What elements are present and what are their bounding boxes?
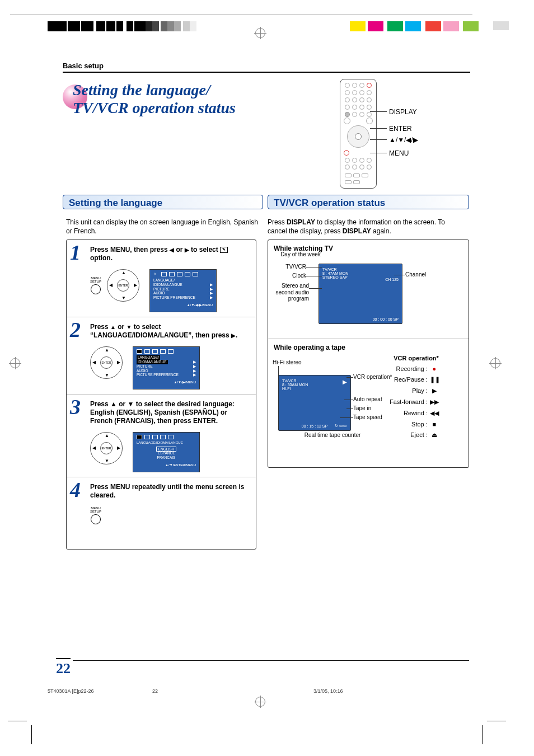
step-1: 1 Press MENU, then press ◀ or ▶ to selec… xyxy=(67,240,256,317)
label-vcrop: VCR operation* xyxy=(353,374,392,381)
label-clock: Clock xyxy=(273,273,306,279)
vcr-ops-title: VCR operation* xyxy=(390,355,439,361)
step-text: Press ▲ or ▼ to select the desired langu… xyxy=(90,400,249,425)
label-stereo: Stereo and second audio program xyxy=(267,283,309,302)
label-hifi: Hi-Fi stereo xyxy=(273,359,323,366)
intro-text-language: This unit can display the on screen lang… xyxy=(66,218,262,236)
label-day: Day of the week xyxy=(273,251,329,258)
label-channel: Channel xyxy=(405,271,439,278)
tv-osd-screen: TV/VCR 8 : 47AM MON STEREO SAP CH 125 00… xyxy=(318,264,402,324)
dpad-icon: ENTER ▲▼ ◀▶ xyxy=(90,346,123,379)
footer-file: 5T40301A [E]p22-26 xyxy=(48,688,94,694)
steps-panel: 1 Press MENU, then press ◀ or ▶ to selec… xyxy=(66,240,256,550)
display-panel: While watching TV TV/VCR 8 : 47AM MON ST… xyxy=(268,240,469,468)
step-number: 1 xyxy=(70,240,81,265)
label-tvvcr: TV/VCR xyxy=(273,264,306,270)
dpad-icon: ENTER ▲▼ ◀▶ xyxy=(90,432,123,464)
intro-text-tvvcr: Press DISPLAY to display the information… xyxy=(268,218,463,236)
title-line-2: TV/VCR operation status xyxy=(73,99,236,117)
osd-screen: LANGUAGE/IDIOMA/LANGUE ENGLISH ESPAÑOL F… xyxy=(133,432,200,472)
print-grey-swatch xyxy=(493,21,509,30)
step-text: Press ▲ or ▼ to select “LANGUAGE/IDIOMA/… xyxy=(90,323,249,340)
page-number: 22 xyxy=(56,658,71,677)
remote-label-menu: MENU xyxy=(389,149,409,157)
step-2: 2 Press ▲ or ▼ to select “LANGUAGE/IDIOM… xyxy=(67,317,256,394)
page: Basic setup Setting the language/ TV/VCR… xyxy=(0,0,534,756)
step-number: 3 xyxy=(70,395,81,419)
section-heading-label: Setting the language xyxy=(69,198,162,208)
step-text: Press MENU, then press ◀ or ▶ to select … xyxy=(90,246,249,262)
menu-button-icon: MENU SETUP xyxy=(90,506,101,524)
registration-mark-icon xyxy=(255,28,265,38)
footer-date: 3/1/05, 10:16 xyxy=(313,688,343,694)
registration-mark-icon xyxy=(255,697,265,707)
print-density-bars xyxy=(48,21,141,33)
remote-label-arrows: ▲/▼/◀/▶ xyxy=(389,136,418,144)
menu-button-icon: MENU SETUP xyxy=(90,276,101,294)
footer-page: 22 xyxy=(152,688,158,694)
tape-osd-screen: TV/VCR 8 : 30AM MON HI-FI ▶ ↻ ▭▭ 00 : 15… xyxy=(278,375,351,431)
remote-label-enter: ENTER xyxy=(389,125,412,133)
remote-number-pad xyxy=(345,83,372,118)
print-grey-bars xyxy=(139,21,196,33)
page-title: Setting the language/ TV/VCR operation s… xyxy=(63,81,236,117)
step-text: Press MENU repeatedly until the menu scr… xyxy=(90,483,249,500)
remote-label-display: DISPLAY xyxy=(389,108,417,116)
print-color-bars xyxy=(350,21,481,33)
step-number: 2 xyxy=(70,317,81,342)
remote-dpad-icon xyxy=(347,125,369,148)
registration-mark-icon xyxy=(490,358,500,368)
section-heading-language: Setting the language xyxy=(63,195,263,209)
registration-mark-icon xyxy=(10,358,20,368)
osd-screen: ✧ LANGUAGE/ IDIOMA/LANGUE▶ PICTURE▶ AUDI… xyxy=(149,269,217,312)
title-line-1: Setting the language/ xyxy=(73,81,236,99)
dpad-icon: ENTER ▲▼ ◀▶ xyxy=(107,269,139,302)
breadcrumb: Basic setup xyxy=(63,62,470,73)
label-rtcounter: Real time tape counter xyxy=(291,432,374,439)
vcr-op-row: Recording :● xyxy=(390,365,439,372)
footer-rule xyxy=(73,660,469,661)
osd-screen: LANGUAGE/ IDIOMA/LANGUE▶ PICTURE▶ AUDIO▶… xyxy=(133,346,200,389)
step-number: 4 xyxy=(70,477,81,502)
section-heading-label: TV/VCR operation status xyxy=(274,198,385,208)
top-rule xyxy=(10,15,472,15)
vcr-op-row: Eject :⏏ xyxy=(390,431,439,439)
section-heading-tvvcr: TV/VCR operation status xyxy=(268,195,469,209)
vcr-op-row: Rewind :◀◀ xyxy=(390,410,439,417)
vcr-op-row: Rec/Pause :❚❚ xyxy=(390,376,439,383)
step-4: 4 Press MENU repeatedly until the menu s… xyxy=(67,477,256,529)
step-3: 3 Press ▲ or ▼ to select the desired lan… xyxy=(67,394,256,477)
vcr-op-row: Play :▶ xyxy=(390,387,439,395)
vcr-operation-legend: VCR operation* Recording :● Rec/Pause :❚… xyxy=(390,351,439,443)
vcr-op-row: Fast-forward :▶▶ xyxy=(390,398,439,406)
vcr-op-row: Stop :■ xyxy=(390,421,439,428)
remote-diagram: DISPLAY ENTER ▲/▼/◀/▶ MENU xyxy=(340,79,377,189)
